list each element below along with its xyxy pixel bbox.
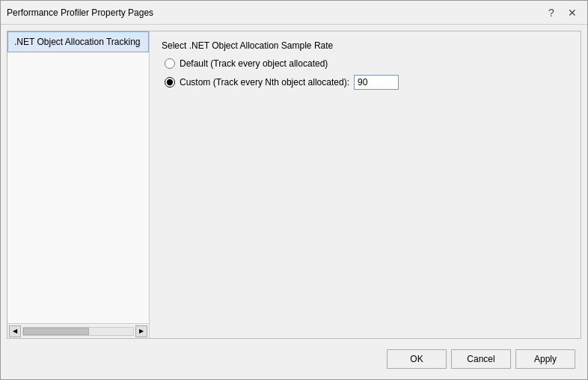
- title-bar-text: Performance Profiler Property Pages: [7, 7, 542, 18]
- sidebar-item-container: .NET Object Allocation Tracking: [7, 31, 149, 323]
- close-button[interactable]: ✕: [563, 4, 581, 22]
- radio-custom[interactable]: [165, 77, 175, 88]
- footer: OK Cancel Apply: [7, 345, 581, 373]
- scroll-track[interactable]: [22, 327, 134, 336]
- ok-button[interactable]: OK: [387, 349, 447, 369]
- radio-group: Default (Track every object allocated) C…: [162, 58, 569, 90]
- scroll-thumb: [23, 328, 89, 335]
- custom-value-input[interactable]: [354, 75, 399, 90]
- help-button[interactable]: ?: [542, 4, 560, 22]
- scroll-right-btn[interactable]: ▶: [135, 325, 147, 337]
- content-panel: Select .NET Object Allocation Sample Rat…: [150, 31, 581, 338]
- main-area: .NET Object Allocation Tracking ◀ ▶ Sele…: [7, 31, 581, 339]
- radio-row-custom: Custom (Track every Nth object allocated…: [165, 75, 569, 90]
- sidebar-scrollbar: ◀ ▶: [7, 323, 149, 338]
- radio-row-default: Default (Track every object allocated): [165, 58, 569, 69]
- sidebar: .NET Object Allocation Tracking ◀ ▶: [7, 31, 150, 338]
- title-bar-controls: ? ✕: [542, 4, 581, 22]
- scroll-left-btn[interactable]: ◀: [9, 325, 21, 337]
- sidebar-item-net-allocation[interactable]: .NET Object Allocation Tracking: [7, 31, 149, 52]
- radio-custom-label[interactable]: Custom (Track every Nth object allocated…: [180, 77, 349, 88]
- radio-default[interactable]: [165, 58, 175, 69]
- dialog-content: .NET Object Allocation Tracking ◀ ▶ Sele…: [1, 25, 587, 379]
- section-title: Select .NET Object Allocation Sample Rat…: [162, 40, 569, 51]
- radio-default-label[interactable]: Default (Track every object allocated): [180, 58, 328, 69]
- sidebar-item-label: .NET Object Allocation Tracking: [14, 37, 141, 47]
- apply-button[interactable]: Apply: [515, 349, 575, 369]
- title-bar: Performance Profiler Property Pages ? ✕: [1, 1, 587, 25]
- cancel-button[interactable]: Cancel: [451, 349, 511, 369]
- dialog-window: Performance Profiler Property Pages ? ✕ …: [0, 0, 588, 380]
